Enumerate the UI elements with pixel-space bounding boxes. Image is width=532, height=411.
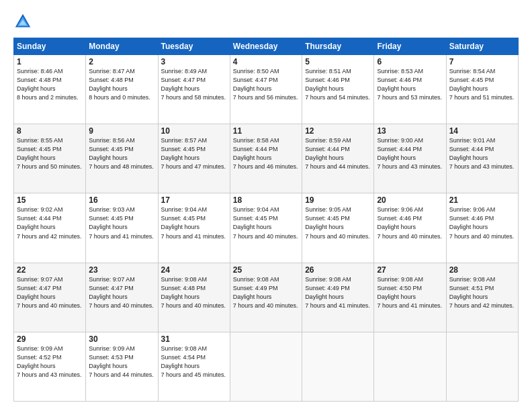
- day-number: 17: [161, 195, 227, 205]
- calendar-cell: 23 Sunrise: 9:07 AM Sunset: 4:47 PM Dayl…: [86, 263, 158, 332]
- calendar-cell: 11 Sunrise: 8:58 AM Sunset: 4:44 PM Dayl…: [230, 124, 302, 193]
- dow-header-sunday: Sunday: [14, 38, 86, 55]
- day-number: 15: [17, 195, 83, 205]
- calendar-cell: 25 Sunrise: 9:08 AM Sunset: 4:49 PM Dayl…: [230, 263, 302, 332]
- week-row-4: 22 Sunrise: 9:07 AM Sunset: 4:47 PM Dayl…: [14, 263, 519, 332]
- calendar-cell: 29 Sunrise: 9:09 AM Sunset: 4:52 PM Dayl…: [14, 332, 86, 401]
- page: SundayMondayTuesdayWednesdayThursdayFrid…: [0, 0, 532, 411]
- day-number: 22: [17, 265, 83, 275]
- cell-info: Sunrise: 8:50 AM Sunset: 4:47 PM Dayligh…: [233, 67, 299, 102]
- calendar-cell: 24 Sunrise: 9:08 AM Sunset: 4:48 PM Dayl…: [158, 263, 230, 332]
- day-number: 12: [305, 126, 371, 136]
- cell-info: Sunrise: 8:47 AM Sunset: 4:48 PM Dayligh…: [89, 67, 154, 102]
- calendar-cell: 4 Sunrise: 8:50 AM Sunset: 4:47 PM Dayli…: [230, 55, 302, 124]
- cell-info: Sunrise: 8:55 AM Sunset: 4:45 PM Dayligh…: [17, 136, 83, 171]
- week-row-5: 29 Sunrise: 9:09 AM Sunset: 4:52 PM Dayl…: [14, 332, 519, 401]
- cell-info: Sunrise: 9:08 AM Sunset: 4:49 PM Dayligh…: [233, 275, 299, 310]
- calendar-cell: 12 Sunrise: 8:59 AM Sunset: 4:44 PM Dayl…: [302, 124, 374, 193]
- calendar-cell: 5 Sunrise: 8:51 AM Sunset: 4:46 PM Dayli…: [302, 55, 374, 124]
- calendar-cell: 15 Sunrise: 9:02 AM Sunset: 4:44 PM Dayl…: [14, 193, 86, 263]
- cell-info: Sunrise: 9:04 AM Sunset: 4:45 PM Dayligh…: [233, 205, 299, 240]
- calendar-cell: 31 Sunrise: 9:08 AM Sunset: 4:54 PM Dayl…: [158, 332, 230, 401]
- day-number: 31: [161, 334, 227, 344]
- cell-info: Sunrise: 9:02 AM Sunset: 4:44 PM Dayligh…: [17, 205, 83, 240]
- calendar-cell: 9 Sunrise: 8:56 AM Sunset: 4:45 PM Dayli…: [86, 124, 158, 193]
- header: [13, 12, 519, 31]
- cell-info: Sunrise: 9:01 AM Sunset: 4:44 PM Dayligh…: [449, 136, 515, 171]
- day-number: 27: [377, 265, 443, 275]
- calendar-cell: [302, 332, 374, 401]
- day-number: 14: [449, 126, 515, 136]
- calendar-cell: 27 Sunrise: 9:08 AM Sunset: 4:50 PM Dayl…: [374, 263, 446, 332]
- day-number: 23: [89, 265, 154, 275]
- day-number: 19: [305, 195, 371, 205]
- day-number: 3: [161, 57, 227, 66]
- calendar-cell: [374, 332, 446, 401]
- logo: [13, 12, 35, 31]
- week-row-2: 8 Sunrise: 8:55 AM Sunset: 4:45 PM Dayli…: [14, 124, 519, 193]
- calendar-cell: 3 Sunrise: 8:49 AM Sunset: 4:47 PM Dayli…: [158, 55, 230, 124]
- cell-info: Sunrise: 8:53 AM Sunset: 4:46 PM Dayligh…: [377, 67, 443, 102]
- cell-info: Sunrise: 8:51 AM Sunset: 4:46 PM Dayligh…: [305, 67, 371, 102]
- week-row-3: 15 Sunrise: 9:02 AM Sunset: 4:44 PM Dayl…: [14, 193, 519, 263]
- day-of-week-row: SundayMondayTuesdayWednesdayThursdayFrid…: [14, 38, 519, 55]
- cell-info: Sunrise: 9:07 AM Sunset: 4:47 PM Dayligh…: [17, 275, 83, 310]
- cell-info: Sunrise: 9:08 AM Sunset: 4:51 PM Dayligh…: [449, 275, 515, 310]
- day-number: 8: [17, 126, 83, 136]
- cell-info: Sunrise: 9:03 AM Sunset: 4:45 PM Dayligh…: [89, 205, 154, 240]
- dow-header-thursday: Thursday: [302, 38, 374, 55]
- cell-info: Sunrise: 9:07 AM Sunset: 4:47 PM Dayligh…: [89, 275, 154, 310]
- calendar-cell: 30 Sunrise: 9:09 AM Sunset: 4:53 PM Dayl…: [86, 332, 158, 401]
- generalblue-logo-icon: [13, 12, 32, 31]
- calendar-cell: 8 Sunrise: 8:55 AM Sunset: 4:45 PM Dayli…: [14, 124, 86, 193]
- day-number: 20: [377, 195, 443, 205]
- day-number: 7: [449, 57, 515, 66]
- day-number: 29: [17, 334, 83, 344]
- day-number: 28: [449, 265, 515, 275]
- dow-header-wednesday: Wednesday: [230, 38, 302, 55]
- cell-info: Sunrise: 9:08 AM Sunset: 4:50 PM Dayligh…: [377, 275, 443, 310]
- dow-header-friday: Friday: [374, 38, 446, 55]
- cell-info: Sunrise: 8:56 AM Sunset: 4:45 PM Dayligh…: [89, 136, 154, 171]
- calendar-cell: 16 Sunrise: 9:03 AM Sunset: 4:45 PM Dayl…: [86, 193, 158, 263]
- calendar-cell: 19 Sunrise: 9:05 AM Sunset: 4:45 PM Dayl…: [302, 193, 374, 263]
- cell-info: Sunrise: 9:06 AM Sunset: 4:46 PM Dayligh…: [449, 205, 515, 240]
- dow-header-tuesday: Tuesday: [158, 38, 230, 55]
- day-number: 21: [449, 195, 515, 205]
- day-number: 1: [17, 57, 83, 66]
- day-number: 25: [233, 265, 299, 275]
- day-number: 5: [305, 57, 371, 66]
- cell-info: Sunrise: 8:57 AM Sunset: 4:45 PM Dayligh…: [161, 136, 227, 171]
- cell-info: Sunrise: 9:08 AM Sunset: 4:54 PM Dayligh…: [161, 345, 227, 379]
- cell-info: Sunrise: 8:54 AM Sunset: 4:45 PM Dayligh…: [449, 67, 515, 102]
- cell-info: Sunrise: 9:08 AM Sunset: 4:48 PM Dayligh…: [161, 275, 227, 310]
- day-number: 10: [161, 126, 227, 136]
- calendar-cell: 17 Sunrise: 9:04 AM Sunset: 4:45 PM Dayl…: [158, 193, 230, 263]
- day-number: 16: [89, 195, 154, 205]
- calendar-cell: [230, 332, 302, 401]
- calendar-cell: 13 Sunrise: 9:00 AM Sunset: 4:44 PM Dayl…: [374, 124, 446, 193]
- calendar-cell: 10 Sunrise: 8:57 AM Sunset: 4:45 PM Dayl…: [158, 124, 230, 193]
- calendar-cell: 26 Sunrise: 9:08 AM Sunset: 4:49 PM Dayl…: [302, 263, 374, 332]
- cell-info: Sunrise: 9:08 AM Sunset: 4:49 PM Dayligh…: [305, 275, 371, 310]
- calendar: SundayMondayTuesdayWednesdayThursdayFrid…: [13, 38, 519, 402]
- calendar-cell: 1 Sunrise: 8:46 AM Sunset: 4:48 PM Dayli…: [14, 55, 86, 124]
- calendar-cell: [446, 332, 518, 401]
- cell-info: Sunrise: 9:05 AM Sunset: 4:45 PM Dayligh…: [305, 205, 371, 240]
- week-row-1: 1 Sunrise: 8:46 AM Sunset: 4:48 PM Dayli…: [14, 55, 519, 124]
- calendar-cell: 6 Sunrise: 8:53 AM Sunset: 4:46 PM Dayli…: [374, 55, 446, 124]
- dow-header-saturday: Saturday: [446, 38, 518, 55]
- day-number: 11: [233, 126, 299, 136]
- calendar-cell: 20 Sunrise: 9:06 AM Sunset: 4:46 PM Dayl…: [374, 193, 446, 263]
- calendar-cell: 28 Sunrise: 9:08 AM Sunset: 4:51 PM Dayl…: [446, 263, 518, 332]
- dow-header-monday: Monday: [86, 38, 158, 55]
- cell-info: Sunrise: 8:46 AM Sunset: 4:48 PM Dayligh…: [17, 67, 83, 102]
- calendar-cell: 18 Sunrise: 9:04 AM Sunset: 4:45 PM Dayl…: [230, 193, 302, 263]
- day-number: 24: [161, 265, 227, 275]
- day-number: 6: [377, 57, 443, 66]
- cell-info: Sunrise: 9:09 AM Sunset: 4:53 PM Dayligh…: [89, 345, 154, 379]
- day-number: 13: [377, 126, 443, 136]
- cell-info: Sunrise: 8:49 AM Sunset: 4:47 PM Dayligh…: [161, 67, 227, 102]
- day-number: 9: [89, 126, 154, 136]
- cell-info: Sunrise: 9:00 AM Sunset: 4:44 PM Dayligh…: [377, 136, 443, 171]
